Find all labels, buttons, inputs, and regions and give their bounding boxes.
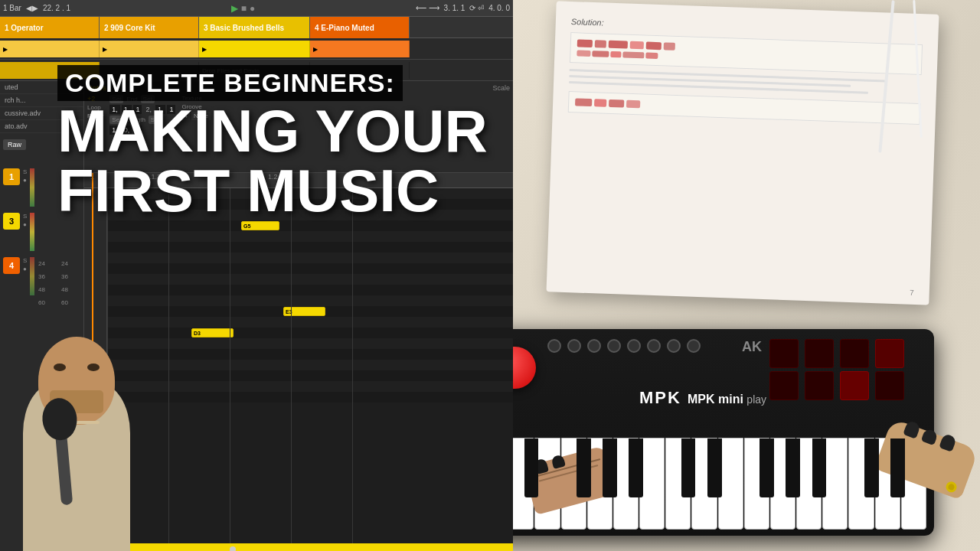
- knob-5[interactable]: [627, 339, 641, 353]
- wk-9[interactable]: [691, 438, 717, 530]
- bk-10[interactable]: [812, 439, 827, 497]
- knob-8[interactable]: [687, 339, 701, 353]
- pad-3[interactable]: [840, 339, 869, 368]
- title-overlay: COMPLETE BEGINNERS: MAKING YOUR FIRST MU…: [57, 65, 488, 220]
- page-number: 7: [910, 289, 914, 297]
- main-container: 1 Bar ◀▶ 22. 2 . 1 ▶ ■ ● ⟵ ⟶ 3. 1. 1 ⟳ ⏎…: [0, 0, 980, 551]
- ch1-controls: S ●: [23, 168, 27, 184]
- rn3-2: [594, 99, 606, 107]
- red-circle-pad[interactable]: [513, 347, 536, 389]
- ch4-meter: [30, 257, 34, 295]
- ch3-controls: S ●: [23, 213, 27, 228]
- red-note-5: [646, 42, 662, 51]
- daw-panel: 1 Bar ◀▶ 22. 2 . 1 ▶ ■ ● ⟵ ⟶ 3. 1. 1 ⟳ ⏎…: [0, 0, 513, 551]
- pad-2[interactable]: [805, 339, 834, 368]
- loop-icon: ⟳ ⏎: [469, 4, 484, 12]
- clip-4[interactable]: ▶: [310, 41, 410, 57]
- note-d3[interactable]: D3: [191, 328, 234, 337]
- knob-4[interactable]: [607, 339, 621, 353]
- knob-6[interactable]: [647, 339, 661, 353]
- knob-2[interactable]: [567, 339, 581, 353]
- red-note-1: [577, 39, 593, 47]
- bk-8[interactable]: [760, 439, 774, 497]
- pad-4[interactable]: [875, 339, 904, 368]
- book-notation-1: [570, 32, 923, 75]
- pads-grid: [769, 339, 907, 400]
- bk-2[interactable]: [524, 439, 539, 497]
- title-line2: MAKING YOUR: [57, 101, 488, 161]
- track-header-4[interactable]: 4 E-Piano Muted: [310, 17, 410, 38]
- clip-2[interactable]: ▶: [100, 41, 199, 57]
- track-headers: 1 Operator 2 909 Core Kit 3 Basic Brushe…: [0, 17, 513, 38]
- brand-mpk: MPK: [639, 388, 688, 407]
- bk-11[interactable]: [864, 439, 879, 497]
- end-position: 3. 1. 1: [444, 4, 466, 12]
- wk-11[interactable]: [744, 438, 769, 530]
- mixer-scale: 24 36 48 60: [38, 260, 45, 306]
- play-button[interactable]: ▶: [231, 3, 238, 14]
- ch4-number[interactable]: 4: [3, 257, 20, 274]
- ak-brand: AK: [742, 339, 762, 355]
- nail-2: [921, 428, 939, 445]
- rn2-2: [592, 51, 609, 57]
- bk-12[interactable]: [890, 439, 905, 497]
- rn2-5: [645, 53, 658, 60]
- clip-3[interactable]: ▶: [199, 41, 310, 57]
- nail-1: [903, 420, 921, 439]
- eyes-area: [54, 364, 100, 375]
- knob-7[interactable]: [667, 339, 681, 353]
- raw-button[interactable]: Raw: [3, 139, 26, 150]
- track-clips-row: ▶ ▶ ▶ ▶: [0, 38, 513, 60]
- gridline-5: [352, 188, 353, 551]
- book-content: Solution:: [547, 1, 939, 305]
- rn3-4: [626, 100, 640, 109]
- bk-5[interactable]: [629, 439, 643, 497]
- pad-1[interactable]: [769, 339, 799, 368]
- title-line1-container: COMPLETE BEGINNERS:: [57, 65, 488, 101]
- toolbar-arrows: ◀▶: [26, 4, 38, 12]
- red-notes-row-3: [575, 98, 913, 117]
- scale-label: Scale: [492, 84, 510, 92]
- knob-3[interactable]: [587, 339, 601, 353]
- knobs-row: [547, 339, 701, 353]
- ch1-number[interactable]: 1: [3, 168, 20, 185]
- bk-3[interactable]: [577, 439, 591, 497]
- bottom-yellow-bar: [107, 543, 513, 551]
- wk-8[interactable]: [665, 438, 691, 530]
- ch3-number[interactable]: 3: [3, 213, 20, 230]
- note-e3[interactable]: E3: [283, 307, 325, 316]
- bk-4[interactable]: [603, 439, 617, 497]
- brand-logo: MPK MPK mini play: [639, 388, 766, 408]
- knob-1[interactable]: [547, 339, 561, 353]
- track-header-2[interactable]: 2 909 Core Kit: [100, 17, 199, 38]
- clip-1[interactable]: ▶: [0, 41, 100, 57]
- stop-button[interactable]: ■: [241, 3, 247, 14]
- note-grid: G5 E3 D3: [107, 188, 513, 551]
- bk-9[interactable]: [786, 439, 800, 497]
- loop-markers: ⟵ ⟶: [416, 4, 439, 12]
- bk-6[interactable]: [681, 439, 696, 497]
- right-eye: [87, 364, 100, 371]
- book-notation-2: 7: [568, 91, 921, 125]
- presenter-body: [15, 329, 138, 551]
- daw-toolbar: 1 Bar ◀▶ 22. 2 . 1 ▶ ■ ● ⟵ ⟶ 3. 1. 1 ⟳ ⏎…: [0, 0, 513, 17]
- bk-7[interactable]: [707, 439, 722, 497]
- nail-3: [939, 433, 957, 452]
- bar-display: 1 Bar: [3, 4, 21, 12]
- gridline-4: [291, 188, 292, 551]
- ring: [945, 480, 959, 494]
- rn2-1: [577, 50, 590, 57]
- ch3-meter: [30, 213, 34, 251]
- wk-2[interactable]: [513, 438, 534, 530]
- ch3-s-label: S: [23, 213, 27, 220]
- rn3-3: [609, 99, 624, 108]
- position-display: 22. 2 . 1: [43, 4, 70, 12]
- track-header-3[interactable]: 3 Basic Brushed Bells: [199, 17, 310, 38]
- red-note-4: [630, 41, 644, 50]
- ch1-s-label: S: [23, 168, 27, 175]
- red-note-6: [664, 42, 675, 51]
- record-button[interactable]: ●: [250, 3, 255, 14]
- title-line3: FIRST MUSIC: [57, 161, 488, 220]
- track-header-1[interactable]: 1 Operator: [0, 17, 100, 38]
- mixer-scale-2: 24 36 48 60: [61, 260, 68, 306]
